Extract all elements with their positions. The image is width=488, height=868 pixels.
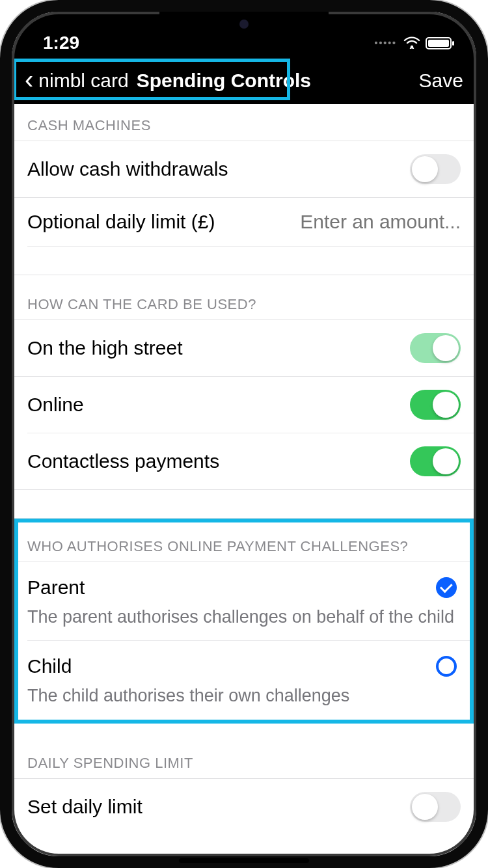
set-daily-toggle[interactable] [410,792,461,822]
row-usage-online[interactable]: Online [27,377,476,433]
save-button[interactable]: Save [419,70,463,92]
usage-highstreet-label: On the high street [27,337,410,359]
usage-highstreet-toggle[interactable] [410,333,461,363]
status-time: 1:29 [43,33,79,53]
auth-option-parent[interactable]: Parent The parent authorises challenges … [27,562,476,641]
back-label: nimbl card [38,70,128,92]
daily-limit-label: Optional daily limit (£) [27,211,265,233]
auth-child-desc: The child authorises their own challenge… [27,684,457,707]
nav-bar: ‹ nimbl card Spending Controls Save [12,57,476,104]
section-header-cash: CASH MACHINES [12,104,476,141]
home-indicator [179,858,309,863]
cellular-dots-icon: ••••• [374,38,397,48]
usage-contactless-label: Contactless payments [27,450,410,472]
auth-option-child[interactable]: Child The child authorises their own cha… [12,641,476,719]
section-header-daily: DAILY SPENDING LIMIT [12,743,476,779]
checkmark-circle-icon [436,577,457,598]
row-set-daily-limit[interactable]: Set daily limit [12,779,476,835]
allow-cash-label: Allow cash withdrawals [27,158,410,180]
allow-cash-toggle[interactable] [410,154,461,184]
section-gap [12,730,476,743]
wifi-icon [403,33,420,53]
row-usage-contactless[interactable]: Contactless payments [12,433,476,490]
chevron-left-icon: ‹ [21,65,38,97]
section-gap [12,490,476,519]
auth-child-title: Child [27,655,72,677]
auth-parent-title: Parent [27,576,85,599]
row-usage-highstreet[interactable]: On the high street [12,320,476,377]
auth-parent-desc: The parent authorises challenges on beha… [27,605,457,629]
row-daily-limit-input[interactable]: Optional daily limit (£) [27,198,476,247]
section-header-usage: HOW CAN THE CARD BE USED? [12,275,476,320]
section-gap [12,247,476,275]
usage-online-toggle[interactable] [410,390,461,420]
section-header-auth: WHO AUTHORISES ONLINE PAYMENT CHALLENGES… [12,519,476,562]
section-authorises: WHO AUTHORISES ONLINE PAYMENT CHALLENGES… [12,519,476,730]
svg-point-0 [411,46,413,48]
row-allow-cash[interactable]: Allow cash withdrawals [12,141,476,198]
status-right: ••••• [374,33,452,53]
set-daily-label: Set daily limit [27,796,410,818]
back-button[interactable]: ‹ nimbl card Spending Controls [17,62,315,100]
usage-online-label: Online [27,394,410,416]
page-title: Spending Controls [137,70,311,92]
battery-icon [426,37,452,49]
usage-contactless-toggle[interactable] [410,446,461,476]
radio-unselected-icon [436,656,457,677]
content-scroll[interactable]: CASH MACHINES Allow cash withdrawals Opt… [12,104,476,856]
daily-limit-input[interactable] [265,211,461,233]
